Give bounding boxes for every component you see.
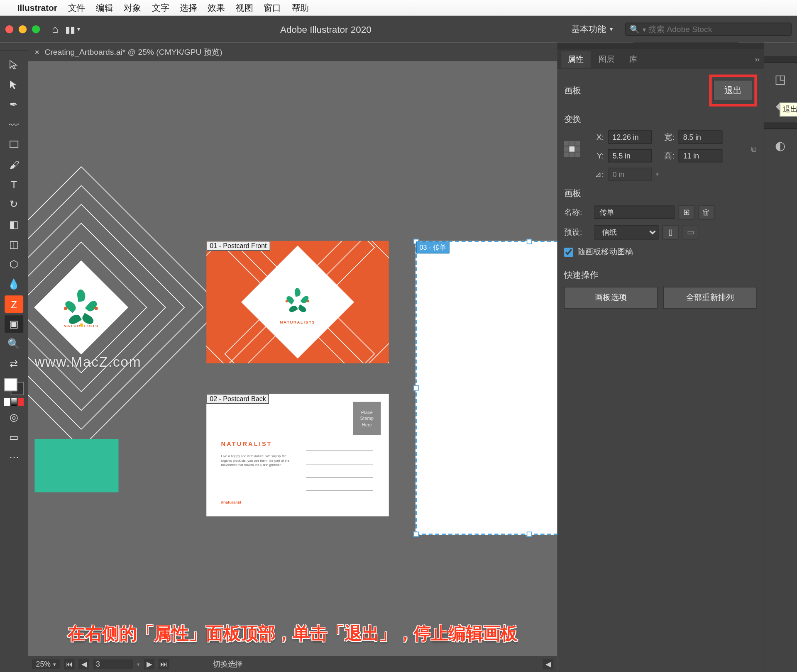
artboard-number-input[interactable] (93, 660, 133, 669)
rotate-tool-icon[interactable]: ↻ (5, 196, 23, 213)
exit-tooltip: 退出画板编辑模式 (780, 102, 797, 117)
menu-object[interactable]: 对象 (124, 2, 141, 14)
document-tab[interactable]: × Creating_Artboards.ai* @ 25% (CMYK/GPU… (28, 43, 557, 61)
tab-layers[interactable]: 图层 (592, 51, 621, 68)
free-transform-icon[interactable]: Z (5, 295, 23, 313)
menu-help[interactable]: 帮助 (292, 2, 309, 14)
artboard-options-button[interactable]: 画板选项 (564, 287, 658, 309)
curvature-tool-icon[interactable]: 〰 (5, 116, 23, 133)
delete-artboard-icon[interactable]: 🗑 (699, 205, 714, 219)
tutorial-caption: 在右侧的「属性」面板顶部，单击「退出」，停止编辑画板 (28, 622, 557, 645)
artboard-postcard-back[interactable]: 02 - Postcard Back Place Stamp Here NATU… (206, 394, 389, 516)
artboard-flyer-selected[interactable]: 03 - 传单 (416, 241, 557, 535)
artboard-tool-icon[interactable]: ▣ (5, 315, 23, 333)
close-tab-icon[interactable]: × (34, 47, 39, 56)
switch-selection-label[interactable]: 切换选择 (213, 659, 242, 669)
zoom-tool-icon[interactable]: 🔍 (5, 335, 23, 353)
artboard-label: 01 - Postcard Front (206, 241, 270, 251)
close-window-icon[interactable] (5, 25, 13, 33)
paintbrush-tool-icon[interactable]: 🖌 (5, 156, 23, 173)
minimize-window-icon[interactable] (19, 25, 27, 33)
x-label: X: (585, 132, 604, 141)
reference-point-grid[interactable] (564, 141, 580, 157)
menu-edit[interactable]: 编辑 (96, 2, 113, 14)
shape-builder-tool-icon[interactable]: ⬡ (5, 256, 23, 273)
search-dropdown-icon[interactable]: ▾ (643, 26, 646, 33)
fill-stroke-swap-icon[interactable]: ⇄ (5, 355, 23, 373)
move-artwork-checkbox[interactable] (564, 247, 573, 256)
prev-artboard-icon[interactable]: ◀ (78, 659, 89, 670)
search-icon: 🔍 (630, 24, 640, 34)
menu-select[interactable]: 选择 (180, 2, 197, 14)
libraries-dock-icon[interactable]: ◐ (770, 136, 790, 156)
workspace-label: 基本功能 (571, 23, 606, 35)
home-icon[interactable]: ⌂ (52, 23, 59, 35)
zoom-level[interactable]: 25%▾ (32, 660, 60, 669)
menu-effect[interactable]: 效果 (208, 2, 225, 14)
tab-libraries[interactable]: 库 (623, 51, 644, 68)
last-artboard-icon[interactable]: ⏭ (159, 659, 169, 670)
panel-expand-icon[interactable]: ›› (755, 55, 760, 63)
menu-type[interactable]: 文字 (152, 2, 169, 14)
app-name[interactable]: Illustrator (17, 2, 57, 12)
window-controls (5, 25, 40, 33)
stock-search[interactable]: 🔍 ▾ (625, 23, 792, 36)
name-label: 名称: (564, 207, 591, 218)
rearrange-all-button[interactable]: 全部重新排列 (663, 287, 757, 309)
resize-handle[interactable] (413, 385, 419, 391)
resize-handle[interactable] (527, 239, 532, 244)
link-dimensions-icon[interactable]: ⧉ (751, 144, 757, 153)
type-tool-icon[interactable]: T (5, 175, 23, 193)
eyedropper-tool-icon[interactable]: 💧 (5, 275, 23, 293)
preset-select[interactable]: 信纸 (594, 225, 658, 239)
search-input[interactable] (648, 24, 787, 34)
artboard-label: 03 - 传单 (416, 241, 450, 253)
app-bar: ⌂ ▮▮ ▾ Adobe Illustrator 2020 基本功能 ▾ 🔍 ▾ (0, 16, 797, 42)
selection-tool-icon[interactable] (5, 56, 23, 73)
svg-rect-0 (10, 141, 18, 148)
section-artboards-label: 画板 (564, 187, 757, 200)
eraser-tool-icon[interactable]: ◧ (5, 216, 23, 233)
pen-tool-icon[interactable]: ✒ (5, 96, 23, 113)
height-input[interactable] (678, 149, 722, 162)
y-input[interactable] (608, 149, 652, 162)
postcard-back-tag: #naturalist (221, 500, 242, 504)
maximize-window-icon[interactable] (32, 25, 40, 33)
resize-handle[interactable] (413, 532, 419, 537)
artboard-name-input[interactable] (594, 206, 674, 219)
width-input[interactable] (678, 130, 722, 144)
direct-selection-tool-icon[interactable] (5, 76, 23, 93)
rectangle-tool-icon[interactable] (5, 136, 23, 153)
edit-toolbar-icon[interactable]: ⋯ (5, 448, 23, 466)
scroll-left-icon[interactable]: ◀ (543, 659, 553, 670)
background-artwork: NATURALISTS (28, 181, 214, 460)
canvas[interactable]: NATURALISTS www.MacZ.com 01 - Postcard F… (28, 61, 557, 672)
properties-dock-icon[interactable]: ◳ (770, 69, 790, 89)
screen-mode-icon[interactable]: ▭ (5, 429, 23, 446)
artboard-postcard-front[interactable]: 01 - Postcard Front (206, 241, 389, 363)
orientation-landscape-icon[interactable]: ▭ (682, 225, 698, 239)
fill-stroke-swatch[interactable] (4, 378, 24, 395)
color-mode-swatches[interactable] (4, 398, 24, 406)
new-artboard-icon[interactable]: ⊞ (678, 205, 694, 219)
orientation-portrait-icon[interactable]: ▯ (663, 225, 678, 239)
draw-mode-icon[interactable]: ◎ (5, 409, 23, 426)
menu-file[interactable]: 文件 (68, 2, 86, 14)
arrange-documents-icon[interactable]: ▮▮ ▾ (65, 24, 81, 35)
menu-window[interactable]: 窗口 (264, 2, 281, 14)
chevron-down-icon: ▾ (610, 26, 613, 33)
next-artboard-icon[interactable]: ▶ (144, 659, 155, 670)
tab-properties[interactable]: 属性 (561, 51, 591, 68)
x-input[interactable] (608, 130, 652, 144)
exit-artboard-button[interactable]: 退出 (713, 80, 753, 101)
gradient-tool-icon[interactable]: ◫ (5, 236, 23, 253)
workspace-switcher[interactable]: 基本功能 ▾ (571, 23, 613, 35)
postcard-front-logo: NATURALISTS (278, 280, 318, 324)
toolbar-grip[interactable] (0, 45, 28, 51)
resize-handle[interactable] (527, 532, 532, 537)
first-artboard-icon[interactable]: ⏮ (64, 659, 75, 670)
angle-input[interactable] (608, 168, 652, 181)
menu-view[interactable]: 视图 (236, 2, 253, 14)
green-rectangle-artwork (34, 439, 118, 492)
properties-panel: 属性 图层 库 ›› 画板 退出 变换 X: (557, 43, 764, 672)
